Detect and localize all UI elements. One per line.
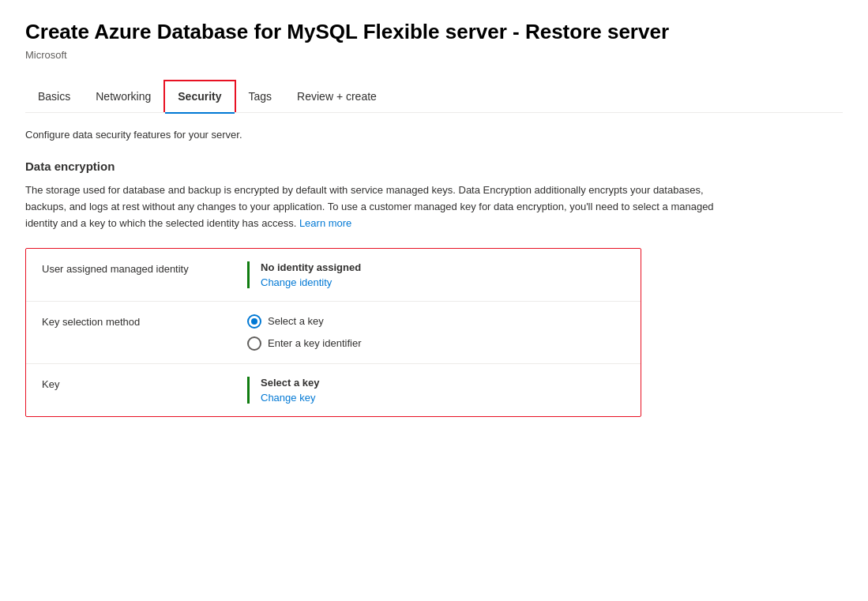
tab-security[interactable]: Security [163, 80, 235, 113]
enter-key-id-radio[interactable] [247, 336, 261, 351]
managed-identity-label: User assigned managed identity [42, 261, 247, 275]
managed-identity-row: User assigned managed identity No identi… [26, 249, 641, 302]
select-key-label: Select a key [268, 315, 324, 327]
select-key-option[interactable]: Select a key [247, 314, 625, 329]
tab-review-create[interactable]: Review + create [284, 81, 389, 113]
tab-basics[interactable]: Basics [25, 81, 83, 113]
change-key-link[interactable]: Change key [261, 392, 625, 404]
change-identity-link[interactable]: Change identity [261, 276, 625, 288]
page-subtitle: Microsoft [25, 49, 843, 61]
key-selection-label: Key selection method [42, 314, 247, 328]
key-label: Key [42, 377, 247, 390]
enter-key-id-option[interactable]: Enter a key identifier [247, 336, 625, 351]
enter-key-id-label: Enter a key identifier [268, 337, 362, 349]
data-encryption-description: The storage used for database and backup… [25, 182, 736, 231]
key-selection-radio-group: Select a key Enter a key identifier [247, 314, 625, 351]
managed-identity-value: No identity assigned Change identity [247, 261, 625, 288]
key-value: Select a key Change key [247, 377, 625, 404]
data-encryption-heading: Data encryption [25, 160, 843, 173]
select-a-key-text: Select a key [261, 377, 625, 389]
page-title: Create Azure Database for MySQL Flexible… [25, 19, 843, 46]
tab-networking[interactable]: Networking [83, 81, 163, 113]
tab-tags[interactable]: Tags [236, 81, 285, 113]
key-selection-row: Key selection method Select a key Enter … [26, 302, 641, 364]
key-row: Key Select a key Change key [26, 364, 641, 416]
tab-description: Configure data security features for you… [25, 129, 843, 141]
key-selection-value: Select a key Enter a key identifier [247, 314, 625, 351]
select-key-radio[interactable] [247, 314, 261, 329]
learn-more-link[interactable]: Learn more [299, 217, 351, 229]
no-identity-text: No identity assigned [261, 261, 625, 273]
data-encryption-form: User assigned managed identity No identi… [25, 248, 641, 417]
tab-navigation: Basics Networking Security Tags Review +… [25, 80, 843, 114]
